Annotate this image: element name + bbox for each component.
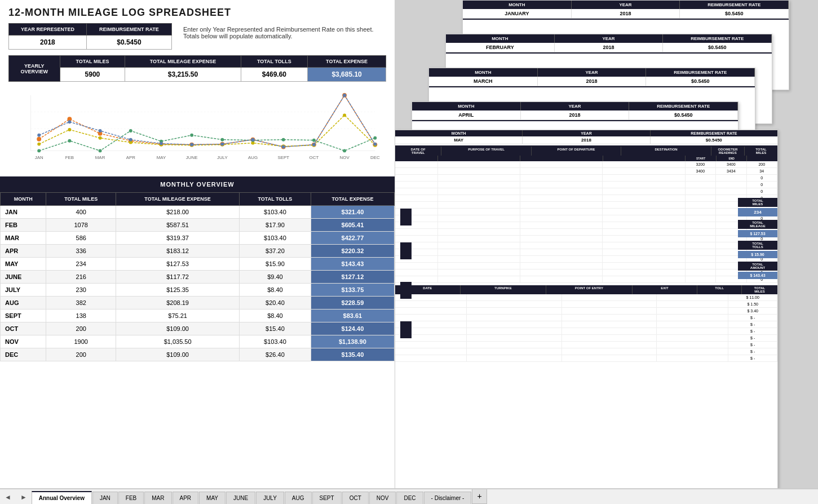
list-item: 0 [395, 256, 777, 263]
may-total-mileage: $ 127.53 [738, 230, 777, 237]
list-item: $ - [395, 348, 777, 355]
tab---disclaimer--[interactable]: - Disclaimer - [424, 492, 472, 504]
monthly-cell-8-4: $83.61 [311, 310, 394, 322]
monthly-col-expense: TOTAL EXPENSE [311, 193, 394, 206]
overview-total-mileage: $3,215.50 [125, 68, 241, 82]
monthly-col-month: MONTH [1, 193, 46, 206]
monthly-cell-10-0: NOV [1, 335, 46, 348]
monthly-cell-9-3: $15.40 [240, 322, 311, 335]
list-item: 0 [395, 269, 777, 276]
tab-july[interactable]: JULY [256, 492, 284, 504]
svg-point-18 [99, 136, 102, 140]
tab-aug[interactable]: AUG [285, 492, 312, 504]
right-panel: MONTH YEAR REIMBURSEMENT RATE JANUARY 20… [395, 0, 818, 488]
may-travel-rows: 3200340020034003434340000000000000000 [395, 161, 777, 283]
monthly-cell-8-0: SEPT [1, 310, 46, 322]
tab-bar: ◄►Annual OverviewJANFEBMARAPRMAYJUNEJULY… [0, 488, 818, 504]
svg-point-46 [220, 143, 224, 146]
list-item: 0 [395, 263, 777, 269]
monthly-cell-0-3: $103.40 [240, 206, 311, 219]
monthly-cell-7-2: $208.19 [116, 297, 240, 310]
monthly-cell-11-0: DEC [1, 348, 46, 361]
mar-month-value: MARCH [429, 77, 538, 86]
monthly-cell-11-2: $109.00 [116, 348, 240, 361]
table-row: AUG382$208.19$20.40$228.59 [1, 297, 395, 310]
jan-rate-value: $0.5450 [680, 9, 789, 19]
tab-apr[interactable]: APR [173, 492, 199, 504]
monthly-cell-7-0: AUG [1, 297, 46, 310]
svg-text:FEB: FEB [65, 155, 74, 160]
tab-june[interactable]: JUNE [226, 492, 255, 504]
monthly-col-mileage: TOTAL MILEAGE EXPENSE [116, 193, 240, 206]
tab-mar[interactable]: MAR [144, 492, 171, 504]
monthly-cell-0-2: $218.00 [116, 206, 240, 219]
apr-year-label: YEAR [521, 102, 630, 110]
monthly-cell-7-4: $228.59 [311, 297, 394, 310]
monthly-cell-6-4: $133.75 [311, 284, 394, 297]
tab-nov[interactable]: NOV [369, 492, 396, 504]
svg-point-17 [68, 128, 71, 131]
black-tab-3 [400, 282, 412, 299]
monthly-cell-8-3: $8.40 [240, 310, 311, 322]
list-item: 0 [395, 188, 777, 195]
monthly-cell-0-1: 400 [46, 206, 116, 219]
tab-nav-left[interactable]: ◄ [0, 490, 16, 504]
monthly-cell-9-2: $109.00 [116, 322, 240, 335]
jan-year-value: 2018 [572, 9, 680, 19]
svg-point-34 [220, 138, 224, 142]
monthly-cell-4-2: $127.53 [116, 258, 240, 271]
list-item: 0 [395, 202, 777, 209]
svg-text:APR: APR [126, 155, 136, 160]
monthly-cell-1-4: $605.41 [311, 219, 394, 232]
rate-label: REIMBURSEMENT RATE [86, 24, 171, 36]
monthly-cell-0-4: $321.40 [311, 206, 394, 219]
svg-point-4 [37, 137, 41, 142]
black-tab-2 [400, 242, 412, 259]
overview-col-tolls: TOTAL TOLLS [241, 56, 308, 68]
mar-month-label: MONTH [429, 68, 538, 77]
feb-month-label: MONTH [446, 34, 555, 43]
tab-oct[interactable]: OCT [342, 492, 369, 504]
svg-point-47 [251, 138, 255, 142]
jan-year-label: YEAR [572, 1, 680, 9]
content-area: 12-MONTH MILEAGE LOG SPREADSHEET YEAR RE… [0, 0, 818, 488]
feb-rate-label: REIMBURSEMENT RATE [663, 34, 772, 43]
may-total-tolls: $ 15.90 [738, 251, 777, 258]
list-item: 0 [395, 229, 777, 236]
svg-point-37 [312, 139, 316, 142]
monthly-cell-4-3: $15.90 [240, 258, 311, 271]
table-row: MAY234$127.53$15.90$143.43 [1, 258, 395, 271]
monthly-cell-3-2: $183.12 [116, 245, 240, 258]
tab-feb[interactable]: FEB [118, 492, 144, 504]
list-item: $ - [395, 355, 777, 362]
svg-point-51 [373, 143, 377, 146]
list-item: 0 [395, 182, 777, 188]
tab-annual-overview[interactable]: Annual Overview [32, 491, 92, 504]
tab-jan[interactable]: JAN [92, 492, 118, 504]
may-month-value: MAY [395, 136, 523, 144]
tab-sept[interactable]: SEPT [312, 492, 342, 504]
monthly-cell-9-1: 200 [46, 322, 116, 335]
table-row: JAN400$218.00$103.40$321.40 [1, 206, 395, 219]
svg-point-44 [160, 142, 163, 145]
monthly-cell-1-3: $17.90 [240, 219, 311, 232]
mar-rate-value: $0.5450 [646, 77, 755, 86]
table-row: JULY230$125.35$8.40$133.75 [1, 284, 395, 297]
monthly-cell-7-3: $20.40 [240, 297, 311, 310]
tab-dec[interactable]: DEC [396, 492, 423, 504]
add-tab-button[interactable]: + [472, 488, 487, 504]
overview-total-expense: $3,685.10 [308, 68, 386, 82]
header-info: YEAR REPRESENTED REIMBURSEMENT RATE 2018… [8, 23, 386, 50]
tab-may[interactable]: MAY [199, 492, 225, 504]
tab-nav-right[interactable]: ► [16, 490, 32, 504]
svg-text:SEPT: SEPT [277, 155, 289, 160]
svg-point-33 [190, 134, 193, 137]
list-item: $ - [395, 315, 777, 321]
monthly-cell-0-0: JAN [1, 206, 46, 219]
svg-text:JULY: JULY [217, 155, 228, 160]
year-value: 2018 [9, 36, 87, 50]
may-total-amount: $ 143.43 [738, 272, 777, 279]
monthly-cell-2-3: $103.40 [240, 232, 311, 245]
chart-svg: JAN FEB MAR APR MAY JUNE JULY AUG SEPT O… [8, 89, 386, 168]
monthly-col-tolls: TOTAL TOLLS [240, 193, 311, 206]
